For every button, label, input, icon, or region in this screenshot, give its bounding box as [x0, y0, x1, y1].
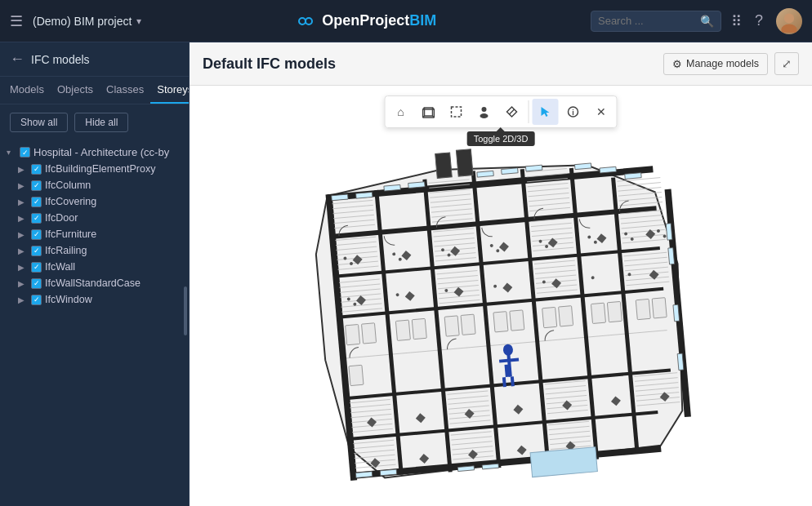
- tree-item[interactable]: ▶ IfcRailing: [0, 242, 189, 259]
- viewer-toolbar: ⌂: [385, 95, 618, 128]
- select-box-button[interactable]: [444, 99, 470, 125]
- svg-point-2: [784, 13, 794, 23]
- svg-rect-268: [673, 304, 680, 321]
- tree-checkbox[interactable]: [31, 197, 42, 207]
- tree-checkbox[interactable]: [31, 262, 42, 273]
- svg-line-17: [510, 109, 515, 114]
- grid-icon[interactable]: ⠿: [731, 12, 742, 30]
- header-actions: ⚙ Manage models ⤢: [663, 52, 799, 75]
- tree-item[interactable]: ▶ IfcWall: [0, 259, 189, 275]
- user-avatar[interactable]: [776, 8, 802, 34]
- fullscreen-icon: ⤢: [782, 57, 792, 70]
- help-icon[interactable]: ?: [755, 12, 763, 29]
- svg-point-3: [781, 24, 796, 33]
- sidebar-title: IFC models: [31, 53, 90, 66]
- ifc-tree: ▾ Hospital - Architecture (cc-by ▶ IfcBu…: [0, 140, 189, 506]
- expand-icon: ▶: [18, 214, 28, 223]
- main-content: Default IFC models ⚙ Manage models ⤢ ⌂: [190, 42, 812, 506]
- svg-rect-190: [510, 309, 524, 330]
- svg-rect-185: [395, 320, 410, 340]
- cursor-button[interactable]: [533, 99, 559, 125]
- tree-item-label: IfcCovering: [45, 196, 96, 207]
- sidebar-tabs: Models Objects Classes Storeys: [0, 77, 189, 104]
- tab-objects[interactable]: Objects: [51, 77, 100, 104]
- logo-text: OpenProjectBIM: [322, 12, 436, 29]
- viewer-area: ⌂: [190, 86, 812, 506]
- hamburger-menu-icon[interactable]: ☰: [10, 12, 23, 30]
- manage-models-icon: ⚙: [672, 58, 682, 70]
- tree-checkbox[interactable]: [31, 295, 42, 305]
- floor-plan-viewer: [273, 98, 729, 506]
- tree-checkbox[interactable]: [31, 164, 42, 175]
- expand-icon: ▶: [18, 263, 28, 272]
- svg-rect-269: [677, 353, 684, 370]
- svg-rect-183: [362, 322, 377, 343]
- tree-item[interactable]: ▶ IfcBuildingElementProxy: [0, 161, 189, 177]
- tree-checkbox[interactable]: [31, 213, 42, 224]
- svg-rect-184: [349, 365, 364, 385]
- home-button[interactable]: ⌂: [388, 99, 414, 125]
- tree-item-label: IfcFurniture: [45, 229, 96, 240]
- tree-item-label: IfcWindow: [45, 294, 92, 305]
- toolbar-divider: [529, 100, 529, 123]
- svg-point-14: [482, 107, 487, 112]
- tab-models[interactable]: Models: [3, 77, 51, 104]
- svg-rect-194: [607, 301, 622, 322]
- tree-item[interactable]: ▾ Hospital - Architecture (cc-by: [0, 144, 189, 161]
- main-layout: ← IFC models Models Objects Classes Stor…: [0, 42, 812, 506]
- scroll-indicator: [184, 286, 187, 335]
- svg-rect-188: [461, 314, 475, 335]
- expand-icon: ▶: [18, 230, 28, 239]
- show-all-button[interactable]: Show all: [10, 113, 68, 132]
- tree-item[interactable]: ▶ IfcWallStandardCase: [0, 275, 189, 291]
- erase-button[interactable]: [499, 99, 525, 125]
- expand-icon: ▶: [18, 181, 28, 190]
- expand-icon: ▾: [7, 148, 16, 157]
- info-button[interactable]: i: [560, 99, 587, 125]
- svg-rect-266: [666, 223, 672, 239]
- tab-classes[interactable]: Classes: [100, 77, 150, 104]
- expand-icon: ▶: [18, 279, 28, 288]
- project-selector[interactable]: (Demo) BIM project ▾: [33, 15, 141, 28]
- page-title: Default IFC models: [203, 55, 336, 73]
- expand-icon: ▶: [18, 165, 28, 174]
- logo-area: OpenProjectBIM: [151, 11, 581, 31]
- project-name-label: (Demo) BIM project: [33, 15, 132, 28]
- cube-button[interactable]: [416, 99, 442, 125]
- tree-item-label: IfcColumn: [45, 180, 91, 191]
- search-box[interactable]: 🔍: [591, 11, 721, 32]
- svg-rect-267: [668, 247, 675, 264]
- sidebar: ← IFC models Models Objects Classes Stor…: [0, 42, 190, 506]
- manage-models-button[interactable]: ⚙ Manage models: [663, 53, 768, 75]
- tree-item[interactable]: ▶ IfcFurniture: [0, 226, 189, 242]
- sidebar-header: ← IFC models: [0, 42, 189, 77]
- tree-checkbox[interactable]: [31, 229, 42, 240]
- tab-storeys[interactable]: Storeys: [150, 77, 190, 104]
- fullscreen-button[interactable]: ⤢: [774, 52, 799, 75]
- toggle-2d3d-tooltip: Toggle 2D/3D: [467, 131, 535, 146]
- tree-item[interactable]: ▶ IfcDoor: [0, 210, 189, 226]
- tree-item[interactable]: ▶ IfcColumn: [0, 177, 189, 193]
- tree-item-label: IfcRailing: [45, 245, 87, 256]
- tree-checkbox[interactable]: [31, 278, 42, 289]
- tree-item[interactable]: ▶ IfcCovering: [0, 193, 189, 210]
- content-header: Default IFC models ⚙ Manage models ⤢: [190, 42, 812, 86]
- tree-checkbox[interactable]: [31, 246, 42, 256]
- tree-checkbox[interactable]: [20, 147, 30, 158]
- tree-checkbox[interactable]: [31, 180, 42, 191]
- expand-icon: ▶: [18, 246, 28, 255]
- svg-rect-182: [346, 324, 360, 344]
- svg-rect-193: [591, 303, 605, 323]
- search-input[interactable]: [598, 15, 695, 27]
- hide-all-button[interactable]: Hide all: [74, 113, 128, 132]
- svg-rect-270: [435, 152, 453, 177]
- tree-item[interactable]: ▶ IfcWindow: [0, 291, 189, 308]
- back-button[interactable]: ←: [10, 51, 25, 68]
- svg-rect-189: [493, 311, 508, 331]
- svg-point-15: [480, 113, 489, 118]
- svg-point-1: [306, 18, 312, 24]
- person-button[interactable]: [471, 99, 497, 125]
- close-button[interactable]: ✕: [588, 99, 614, 125]
- search-icon: 🔍: [700, 15, 714, 28]
- logo-link-icon: [296, 11, 315, 31]
